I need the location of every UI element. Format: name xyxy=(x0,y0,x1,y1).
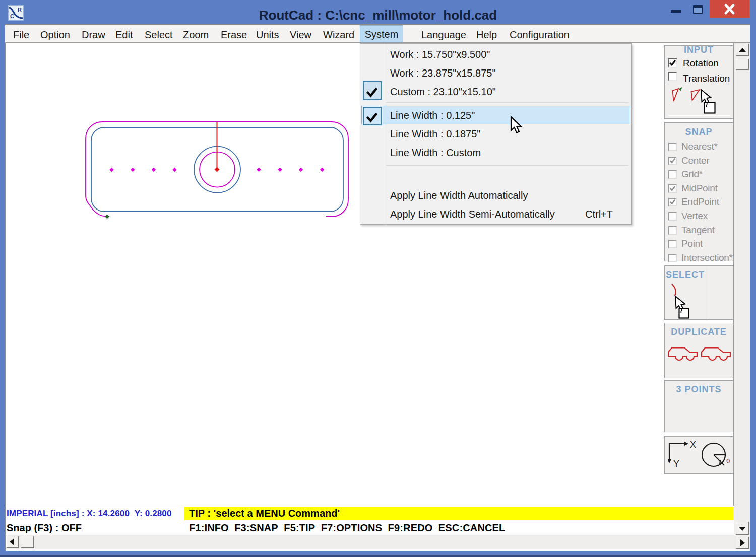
svg-text:R: R xyxy=(18,7,22,13)
svg-text:X: X xyxy=(690,440,696,450)
svg-text:Y: Y xyxy=(673,459,679,469)
svg-text:C: C xyxy=(10,13,14,19)
svg-text:θ: θ xyxy=(726,457,730,465)
